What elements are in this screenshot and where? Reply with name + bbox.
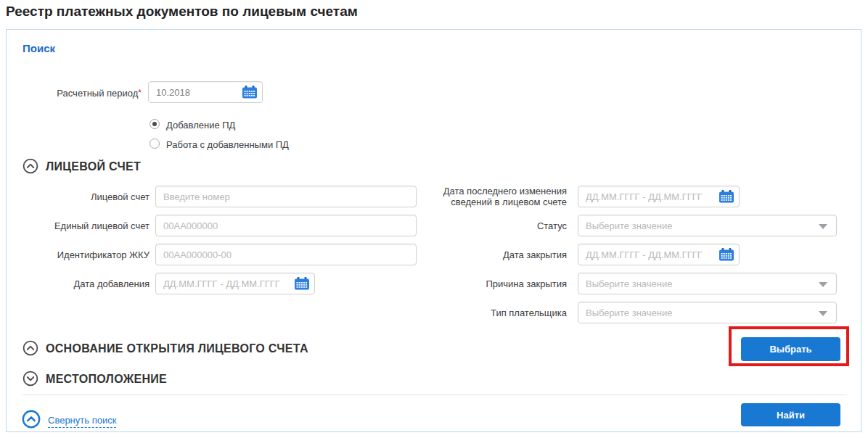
billing-period-field xyxy=(148,81,263,103)
chevron-down-icon xyxy=(819,311,827,316)
status-select[interactable]: Выберите значение xyxy=(578,215,837,236)
find-button[interactable]: Найти xyxy=(741,403,840,426)
close-date-label: Дата закрытия xyxy=(420,249,567,260)
payer-type-select[interactable]: Выберите значение xyxy=(578,302,837,323)
search-panel: Поиск Расчетный период* Добавление ПД xyxy=(6,29,861,432)
last-modified-label: Дата последнего изменения сведений в лиц… xyxy=(420,186,567,207)
date-added-label: Дата добавления xyxy=(21,278,150,289)
radio-work-pd-label[interactable]: Работа с добавленными ПД xyxy=(166,139,289,150)
unified-account-label: Единый лицевой счет xyxy=(21,220,150,231)
close-reason-select[interactable]: Выберите значение xyxy=(578,273,837,294)
radio-add-pd-label[interactable]: Добавление ПД xyxy=(166,120,235,131)
chevron-up-circle-icon[interactable] xyxy=(22,340,38,356)
choose-button[interactable]: Выбрать xyxy=(741,337,840,361)
housing-service-id-input[interactable] xyxy=(155,244,417,265)
account-number-label: Лицевой счет xyxy=(21,191,150,202)
housing-service-id-label: Идентификатор ЖКУ xyxy=(21,249,150,260)
chevron-up-circle-icon[interactable] xyxy=(22,158,38,174)
chevron-down-icon xyxy=(819,282,827,287)
last-modified-field xyxy=(578,186,740,207)
calendar-icon[interactable] xyxy=(242,86,257,99)
billing-period-label: Расчетный период* xyxy=(21,88,142,99)
collapse-search-link[interactable]: Свернуть поиск xyxy=(48,415,116,428)
calendar-icon[interactable] xyxy=(719,248,734,261)
divider xyxy=(22,394,847,395)
radio-work-pd[interactable] xyxy=(150,139,160,149)
section-basis-toggle[interactable]: ОСНОВАНИЕ ОТКРЫТИЯ ЛИЦЕВОГО СЧЕТА xyxy=(46,342,308,355)
page-title: Реестр платежных документов по лицевым с… xyxy=(6,4,358,20)
calendar-icon[interactable] xyxy=(295,277,309,290)
calendar-icon[interactable] xyxy=(719,190,734,203)
payer-type-select-placeholder: Выберите значение xyxy=(586,307,672,318)
close-reason-select-placeholder: Выберите значение xyxy=(586,278,672,289)
chevron-down-icon xyxy=(819,224,827,229)
status-label: Статус xyxy=(420,220,567,231)
close-date-field xyxy=(578,244,740,265)
radio-add-pd[interactable] xyxy=(150,119,160,129)
search-heading: Поиск xyxy=(22,42,55,54)
date-added-field xyxy=(155,273,315,294)
section-location-toggle[interactable]: МЕСТОПОЛОЖЕНИЕ xyxy=(46,373,167,386)
close-reason-label: Причина закрытия xyxy=(420,278,567,289)
page: Реестр платежных документов по лицевым с… xyxy=(0,0,868,438)
collapse-search-icon[interactable] xyxy=(22,410,41,429)
payer-type-label: Тип плательщика xyxy=(420,307,567,318)
chevron-down-circle-icon[interactable] xyxy=(22,371,38,387)
date-added-range-input[interactable] xyxy=(155,273,315,294)
last-modified-range-input[interactable] xyxy=(578,186,740,207)
close-date-range-input[interactable] xyxy=(578,244,740,265)
section-account-toggle[interactable]: ЛИЦЕВОЙ СЧЕТ xyxy=(46,160,141,173)
required-asterisk: * xyxy=(138,88,142,98)
account-number-input[interactable] xyxy=(155,186,417,207)
unified-account-input[interactable] xyxy=(155,215,417,236)
status-select-placeholder: Выберите значение xyxy=(586,220,672,231)
